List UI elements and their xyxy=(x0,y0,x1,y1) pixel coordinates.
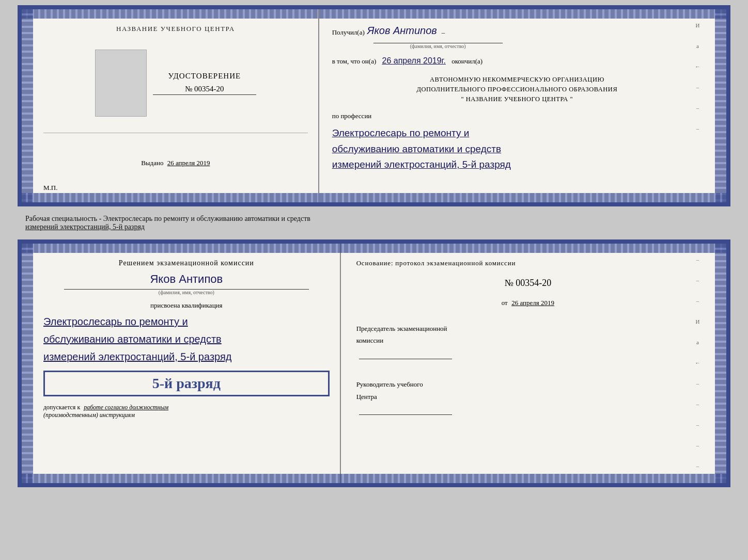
cert-issued: Выдано 26 апреля 2019 xyxy=(141,159,210,167)
recipient-name: Яков Антипов xyxy=(367,25,437,37)
bottom-deco-right: – – – И а ← – – – – – xyxy=(695,257,700,469)
chairman-title2: комиссии xyxy=(356,334,699,346)
profession-line2: обслуживанию автоматики и средств xyxy=(332,141,702,157)
bottom-deco-dash6: – xyxy=(696,422,699,428)
issued-label: Выдано xyxy=(141,159,163,167)
date-line: в том, что он(а) 26 апреля 2019г. окончи… xyxy=(332,56,702,66)
allowed-label: допускается к xyxy=(43,404,80,411)
deco-arrow: ← xyxy=(695,63,700,70)
top-right-panel: Получил(а) Яков Антипов – (фамилия, имя,… xyxy=(319,9,715,202)
left-border-stripe xyxy=(22,9,33,202)
qualification-block: Электрослесарь по ремонту и обслуживанию… xyxy=(43,313,330,365)
bottom-deco-dash5: – xyxy=(696,401,699,407)
received-label: Получил(а) xyxy=(332,28,365,37)
manager-sig-line xyxy=(359,414,452,415)
cert-date: 26 апреля 2019г. xyxy=(382,56,445,65)
date-prefix: от xyxy=(502,299,508,307)
deco-i: И xyxy=(696,22,700,28)
grade-text: 5-й разряд xyxy=(50,375,323,392)
cert-number: № 00354-20 xyxy=(153,85,256,95)
fio-label-top: (фамилия, имя, отчество) xyxy=(373,43,503,49)
deco-dash2: – xyxy=(696,105,699,111)
org-line1: АВТОНОМНУЮ НЕКОММЕРЧЕСКУЮ ОРГАНИЗАЦИЮ xyxy=(332,75,702,85)
deco-a: а xyxy=(696,43,699,49)
chairman-title: Председатель экзаменационной xyxy=(356,323,699,334)
deco-dash3: – xyxy=(696,125,699,132)
profession-line3: измерений электростанций, 5-й разряд xyxy=(332,157,702,172)
allowed-text: работе согласно должностным xyxy=(84,404,168,411)
cert-main-info: УДОСТОВЕРЕНИЕ № 00354-20 xyxy=(153,72,256,95)
bottom-left-border xyxy=(22,244,33,483)
bottom-deco-arrow: ← xyxy=(695,360,700,366)
middle-text-area: Рабочая специальность - Электрослесарь п… xyxy=(18,211,730,235)
bottom-fio-label: (фамилия, имя, отчество) xyxy=(64,289,309,295)
profession-block: Электрослесарь по ремонту и обслуживанию… xyxy=(332,125,702,172)
protocol-number: № 00354-20 xyxy=(356,278,699,289)
bottom-deco-i: И xyxy=(696,318,700,325)
org-text: АВТОНОМНУЮ НЕКОММЕРЧЕСКУЮ ОРГАНИЗАЦИЮ ДО… xyxy=(332,75,702,104)
cert-photo xyxy=(95,50,147,117)
bottom-deco-dash8: – xyxy=(696,463,699,469)
allowed-block: допускается к работе согласно должностны… xyxy=(43,404,330,419)
bottom-deco-dash4: – xyxy=(696,380,699,387)
basis-text: Основание: протокол экзаменационной коми… xyxy=(356,259,699,267)
profession-label: по профессии xyxy=(332,112,702,120)
top-left-title: НАЗВАНИЕ УЧЕБНОГО ЦЕНТРА xyxy=(116,25,235,33)
org-line3: " НАЗВАНИЕ УЧЕБНОГО ЦЕНТРА " xyxy=(332,94,702,104)
commission-title: Решением экзаменационной комиссии xyxy=(43,259,330,267)
assigned-text: присвоена квалификация xyxy=(43,301,330,310)
cert-title: УДОСТОВЕРЕНИЕ xyxy=(168,72,241,81)
bottom-deco-a: а xyxy=(696,339,699,345)
bottom-left-panel: Решением экзаменационной комиссии Яков А… xyxy=(33,244,341,483)
bottom-deco-dash1: – xyxy=(696,257,699,263)
deco-dash1: – xyxy=(696,84,699,90)
deco-right: И а ← – – – xyxy=(695,22,700,132)
issued-date: 26 апреля 2019 xyxy=(167,159,210,167)
chairman-sig-line xyxy=(359,359,452,359)
chairman-block: Председатель экзаменационной комиссии xyxy=(356,323,699,363)
bottom-right-border xyxy=(715,244,726,483)
grade-badge: 5-й разряд xyxy=(43,371,330,396)
qual-line2: обслуживанию автоматики и средств xyxy=(43,330,330,348)
top-document: НАЗВАНИЕ УЧЕБНОГО ЦЕНТРА УДОСТОВЕРЕНИЕ №… xyxy=(18,5,730,206)
bottom-document: Решением экзаменационной комиссии Яков А… xyxy=(18,239,730,487)
right-border-stripe xyxy=(715,9,726,202)
manager-title2: Центра xyxy=(356,391,699,403)
middle-line1: Рабочая специальность - Электрослесарь п… xyxy=(25,215,723,223)
bottom-right-panel: Основание: протокол экзаменационной коми… xyxy=(341,244,715,483)
finished-label: окончил(а) xyxy=(451,57,482,65)
middle-line2: измерений электростанций, 5-й разряд xyxy=(25,223,723,231)
dash-label: – xyxy=(442,28,445,37)
bottom-deco-dash3: – xyxy=(696,298,699,304)
qual-line3: измерений электростанций, 5-й разряд xyxy=(43,348,330,365)
in-that-label: в том, что он(а) xyxy=(332,57,377,65)
bottom-person-name: Яков Антипов xyxy=(43,273,330,286)
manager-block: Руководитель учебного Центра xyxy=(356,378,699,419)
profession-line1: Электрослесарь по ремонту и xyxy=(332,125,702,141)
protocol-date-value: 26 апреля 2019 xyxy=(511,299,554,307)
top-left-panel: НАЗВАНИЕ УЧЕБНОГО ЦЕНТРА УДОСТОВЕРЕНИЕ №… xyxy=(33,9,319,202)
protocol-date: от 26 апреля 2019 xyxy=(356,299,699,307)
recipient-row: Получил(а) Яков Антипов – xyxy=(332,25,702,37)
org-line2: ДОПОЛНИТЕЛЬНОГО ПРОФЕССИОНАЛЬНОГО ОБРАЗО… xyxy=(332,85,702,94)
manager-title: Руководитель учебного xyxy=(356,378,699,390)
allowed-text2: (производственным) инструкциям xyxy=(43,411,330,419)
qual-line1: Электрослесарь по ремонту и xyxy=(43,313,330,330)
cert-mp: М.П. xyxy=(43,184,57,192)
bottom-deco-dash7: – xyxy=(696,442,699,449)
document-container: НАЗВАНИЕ УЧЕБНОГО ЦЕНТРА УДОСТОВЕРЕНИЕ №… xyxy=(18,5,730,487)
bottom-deco-dash2: – xyxy=(696,277,699,283)
